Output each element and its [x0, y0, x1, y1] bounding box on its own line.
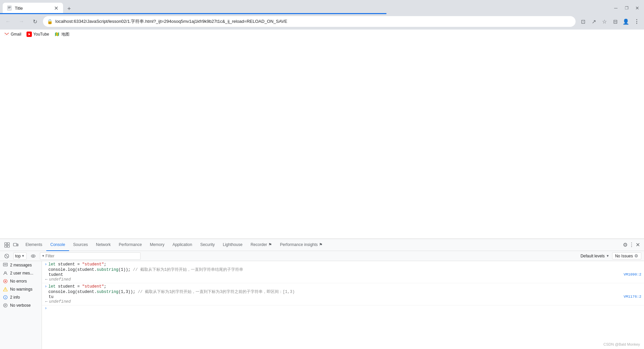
maximize-button[interactable]: ❐	[623, 4, 631, 12]
console-entry-1: › let student = "student"; console.log(s…	[42, 261, 644, 283]
tab-performance-insights[interactable]: Performance insights ⚑	[276, 239, 327, 251]
filter-input[interactable]	[46, 254, 138, 258]
cast-button[interactable]: ⊡	[578, 17, 588, 26]
share-button[interactable]: ↗	[589, 17, 598, 26]
bookmark-gmail[interactable]: Gmail	[4, 32, 21, 37]
sidebar-item-messages[interactable]: 2 messages	[0, 261, 42, 269]
split-view-button[interactable]: ⊟	[610, 17, 620, 26]
messages-icon	[3, 262, 8, 268]
bookmark-youtube[interactable]: YouTube	[26, 32, 49, 37]
source-2[interactable]: VM1176:2	[624, 295, 641, 299]
sidebar-item-errors[interactable]: No errors	[0, 277, 42, 285]
sidebar-item-info[interactable]: 2 info	[0, 293, 42, 301]
address-bar[interactable]: 🔒 localhost:63342/JavaScript/lesson02/1.…	[43, 16, 576, 27]
no-issues-badge[interactable]: No Issues ⚙	[612, 252, 641, 259]
verbose-label: No verbose	[10, 303, 39, 308]
maps-label: 地图	[61, 32, 69, 37]
watermark: CSDN @Bald Monkey	[603, 342, 640, 346]
gmail-label: Gmail	[11, 32, 21, 37]
svg-point-17	[33, 255, 34, 257]
maps-favicon	[55, 32, 60, 37]
console-filter[interactable]: ▾	[40, 252, 141, 260]
bookmark-maps[interactable]: 地图	[55, 32, 69, 37]
sidebar-item-warnings[interactable]: No warnings	[0, 285, 42, 293]
filter-icon: ▾	[42, 254, 44, 258]
forward-button[interactable]: →	[16, 16, 27, 27]
code-line-2-2: console.log(student.substring(1,3)); // …	[48, 289, 641, 295]
console-sidebar: 2 messages 2 user mes...	[0, 261, 42, 349]
tab-performance[interactable]: Performance	[115, 239, 146, 251]
clear-console-button[interactable]	[3, 252, 11, 260]
gmail-favicon	[4, 32, 9, 37]
tab-recorder[interactable]: Recorder ⚑	[247, 239, 276, 251]
lock-icon: 🔒	[47, 19, 53, 24]
devtools-tabs: Elements Console Sources Network Perform…	[21, 239, 620, 251]
tab-favicon	[7, 5, 12, 11]
svg-line-15	[6, 255, 8, 257]
profile-button[interactable]: 👤	[621, 17, 631, 26]
output-2: tu	[45, 295, 53, 299]
devtools-header: Elements Console Sources Network Perform…	[0, 239, 644, 251]
svg-point-27	[5, 290, 5, 291]
context-arrow: ▼	[21, 254, 25, 258]
default-levels-selector[interactable]: Default levels ▼	[581, 254, 609, 258]
new-tab-button[interactable]: +	[64, 4, 74, 13]
console-entry-2: › let student = "student"; console.log(s…	[42, 283, 644, 305]
devtools-close-button[interactable]: ✕	[636, 242, 640, 248]
back-button[interactable]: ←	[3, 16, 13, 27]
address-bar-row: ← → ↻ 🔒 localhost:63342/JavaScript/lesso…	[0, 13, 644, 30]
user-messages-icon	[3, 270, 8, 276]
tab-close-button[interactable]: ✕	[53, 5, 59, 11]
tab-network[interactable]: Network	[92, 239, 115, 251]
no-issues-settings[interactable]: ⚙	[634, 253, 638, 258]
error-icon	[3, 279, 8, 284]
code-line-2-1: let student = "student";	[48, 284, 641, 289]
reload-button[interactable]: ↻	[30, 16, 40, 27]
svg-rect-8	[5, 243, 7, 245]
close-window-button[interactable]: ✕	[633, 4, 641, 12]
browser-chrome: Title ✕ + ─ ❐ ✕ ← → ↻ 🔒 localhost:63342/…	[0, 0, 644, 30]
sidebar-item-user-messages[interactable]: 2 user mes...	[0, 269, 42, 277]
tab-sources[interactable]: Sources	[69, 239, 92, 251]
bookmark-button[interactable]: ☆	[600, 17, 609, 26]
tab-elements[interactable]: Elements	[21, 239, 46, 251]
devtools-main: 2 messages 2 user mes...	[0, 261, 644, 349]
devtools-settings-button[interactable]: ⚙	[623, 242, 628, 248]
code-line-1-2: console.log(student.substring(1)); // 截取…	[48, 267, 641, 272]
default-levels-label: Default levels	[581, 254, 605, 258]
input-prompt-1: ›	[45, 262, 47, 267]
console-toolbar: top ▼ ▾ Default levels ▼ No Issues ⚙	[0, 251, 644, 261]
empty-prompt[interactable]: ›	[42, 305, 644, 311]
tab-lighthouse[interactable]: Lighthouse	[219, 239, 247, 251]
svg-rect-10	[5, 245, 7, 247]
info-icon	[3, 295, 8, 300]
device-toolbar-button[interactable]	[13, 242, 19, 248]
inspect-element-button[interactable]	[4, 242, 10, 248]
source-1[interactable]: VM1090:2	[624, 272, 641, 277]
eye-button[interactable]	[29, 252, 37, 260]
svg-rect-3	[8, 8, 10, 8]
svg-rect-18	[3, 263, 7, 266]
messages-label: 2 messages	[10, 263, 39, 267]
context-label: top	[15, 254, 21, 258]
default-levels-arrow: ▼	[606, 254, 609, 258]
no-issues-label: No Issues	[615, 254, 633, 258]
devtools-panel: Elements Console Sources Network Perform…	[0, 239, 644, 349]
context-selector[interactable]: top ▼	[13, 252, 26, 260]
empty-prompt-chevron: ›	[45, 306, 47, 311]
svg-rect-2	[8, 7, 11, 8]
tab-console[interactable]: Console	[46, 239, 69, 251]
tab-memory[interactable]: Memory	[146, 239, 168, 251]
svg-rect-13	[17, 244, 18, 246]
browser-tab[interactable]: Title ✕	[3, 3, 63, 13]
console-output[interactable]: › let student = "student"; console.log(s…	[42, 261, 644, 349]
youtube-favicon	[26, 32, 32, 37]
info-label: 2 info	[10, 295, 39, 300]
sidebar-item-verbose[interactable]: No verbose	[0, 301, 42, 309]
user-messages-label: 2 user mes...	[10, 271, 39, 276]
menu-button[interactable]: ⋮	[632, 17, 641, 26]
minimize-button[interactable]: ─	[612, 4, 620, 12]
devtools-more-button[interactable]: ⋮	[629, 242, 634, 248]
tab-security[interactable]: Security	[196, 239, 219, 251]
tab-application[interactable]: Application	[168, 239, 196, 251]
